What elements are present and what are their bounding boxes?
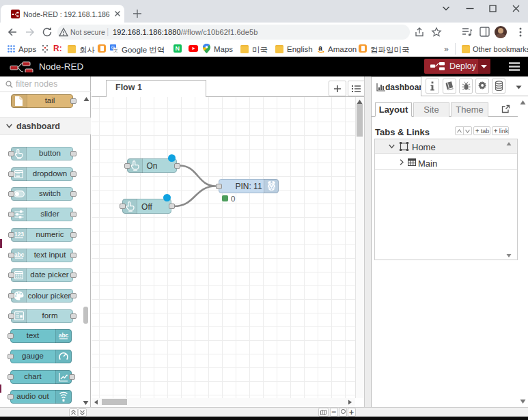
svg-text:abc: abc — [14, 251, 25, 258]
svg-text:abc: abc — [59, 332, 69, 339]
svg-text:文: 文 — [114, 48, 118, 53]
svg-text:a: a — [318, 44, 322, 52]
svg-text:123: 123 — [14, 231, 24, 238]
